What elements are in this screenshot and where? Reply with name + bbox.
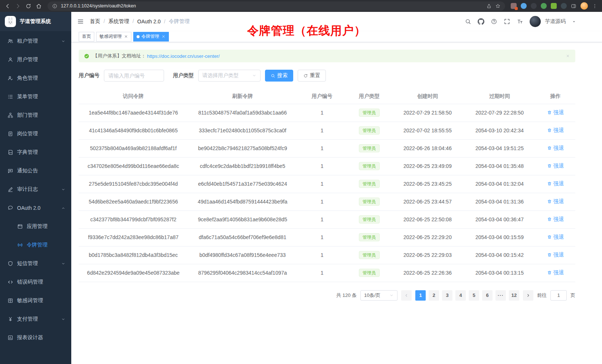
- force-logout-button[interactable]: 强退: [547, 145, 564, 152]
- font-size-icon[interactable]: [517, 18, 523, 25]
- forward-icon[interactable]: [15, 3, 21, 9]
- page-size-select[interactable]: 10条/页: [360, 290, 397, 301]
- sidebar-item-error-code[interactable]: 错误码管理: [0, 273, 71, 291]
- sidebar-item-oauth2-token[interactable]: 令牌管理: [0, 236, 71, 254]
- site-info-icon[interactable]: [52, 3, 58, 9]
- table-row: 1ea5e44f8bc1467aaede43144f31de76 811c530…: [79, 104, 575, 122]
- sidebar-item-label: 报表设计器: [17, 334, 65, 341]
- refresh-token-cell: e6cfd40eb1f54571a31e775e039c4624: [188, 175, 297, 193]
- user-type-select[interactable]: 请选择用户类型: [198, 70, 261, 82]
- delete-icon: [547, 252, 552, 257]
- extension-icon[interactable]: [531, 3, 537, 9]
- extension-icon[interactable]: [551, 3, 557, 9]
- browser-menu-icon[interactable]: [592, 3, 598, 9]
- page-button[interactable]: 3: [442, 290, 452, 301]
- prev-page-button[interactable]: [401, 290, 412, 301]
- page-button[interactable]: 5: [469, 290, 479, 301]
- sidebar-item-audit-log[interactable]: 审计日志: [0, 180, 71, 199]
- sidebar-item-oauth2[interactable]: OAuth 2.0: [0, 199, 71, 217]
- sidebar-item-role[interactable]: 角色管理: [0, 69, 71, 87]
- tab-sensitive-word[interactable]: 敏感词管理: [96, 32, 131, 42]
- user-id-input[interactable]: [104, 70, 164, 82]
- page-button[interactable]: 2: [429, 290, 439, 301]
- user-type-badge: 管理员: [359, 162, 380, 170]
- page-button[interactable]: 6: [482, 290, 493, 301]
- force-logout-button[interactable]: 强退: [547, 269, 564, 276]
- force-logout-button[interactable]: 强退: [547, 109, 564, 116]
- breadcrumb-item[interactable]: OAuth 2.0: [137, 19, 161, 24]
- extension-icon[interactable]: [561, 3, 567, 9]
- page-button[interactable]: 12: [509, 290, 519, 301]
- bookmark-star-icon[interactable]: [495, 3, 501, 9]
- sidebar-item-sensitive-word[interactable]: 敏感词管理: [0, 291, 71, 310]
- user-type-cell: 管理员: [347, 122, 392, 139]
- search-button[interactable]: 搜索: [265, 70, 293, 82]
- breadcrumb-item[interactable]: 首页: [90, 18, 100, 24]
- force-logout-label: 强退: [553, 127, 564, 134]
- user-type-cell: 管理员: [347, 175, 392, 193]
- reset-button[interactable]: 重置: [298, 70, 326, 82]
- sidebar-item-dept[interactable]: 部门管理: [0, 106, 71, 125]
- created-time-cell: 2022-06-25 23:49:09: [392, 157, 464, 175]
- side-panel-icon[interactable]: [571, 3, 576, 9]
- reload-icon[interactable]: [25, 3, 32, 9]
- force-logout-button[interactable]: 强退: [547, 163, 564, 169]
- sidebar-item-post[interactable]: 岗位管理: [0, 125, 71, 143]
- app-logo[interactable]: 芋道管理系统: [0, 12, 71, 31]
- sidebar-item-report-designer[interactable]: 报表设计器: [0, 328, 71, 347]
- goto-label: 前往: [537, 292, 547, 299]
- breadcrumb-item[interactable]: 系统管理: [108, 18, 129, 24]
- sidebar-item-dict[interactable]: 字典管理: [0, 143, 71, 162]
- close-alert-icon[interactable]: [566, 54, 570, 58]
- close-tab-icon[interactable]: [161, 34, 166, 39]
- force-logout-button[interactable]: 强退: [547, 252, 564, 258]
- force-logout-button[interactable]: 强退: [547, 216, 564, 223]
- share-icon[interactable]: [486, 3, 492, 9]
- sidebar-item-user[interactable]: 用户管理: [0, 50, 71, 69]
- fullscreen-icon[interactable]: [504, 18, 510, 25]
- force-logout-button[interactable]: 强退: [547, 234, 564, 241]
- back-icon[interactable]: [4, 3, 11, 9]
- breadcrumb-separator: /: [104, 18, 105, 24]
- sidebar-item-notice[interactable]: 通知公告: [0, 162, 71, 180]
- sidebar-item-sms[interactable]: 短信管理: [0, 254, 71, 273]
- page-button[interactable]: ···: [495, 290, 506, 301]
- alert-doc-link[interactable]: https://doc.iocoder.cn/user-center/: [147, 53, 220, 59]
- browser-profile-avatar[interactable]: [580, 2, 588, 10]
- page-button[interactable]: 1: [415, 290, 426, 301]
- search-icon[interactable]: [465, 18, 471, 25]
- address-bar[interactable]: 127.0.0.1:1024/system/oauth2/token: [48, 1, 505, 11]
- github-icon[interactable]: [478, 18, 484, 25]
- force-logout-button[interactable]: 强退: [547, 181, 564, 187]
- goto-page-input[interactable]: [550, 290, 567, 301]
- extension-icon[interactable]: [511, 3, 517, 9]
- created-time-cell: 2022-06-25 23:45:25: [392, 175, 464, 193]
- alert-text: 【用户体系】文档地址：: [93, 53, 146, 59]
- sidebar-item-oauth2-app[interactable]: 应用管理: [0, 217, 71, 236]
- sidebar-item-menu[interactable]: 菜单管理: [0, 87, 71, 106]
- access-token-cell: c347026e805e4d99b0d116eae66eda8c: [79, 157, 188, 175]
- tab-token[interactable]: 令牌管理: [133, 32, 169, 42]
- breadcrumb-item[interactable]: 令牌管理: [169, 18, 190, 24]
- user-name[interactable]: 芋道源码: [545, 18, 566, 25]
- close-tab-icon[interactable]: [124, 34, 128, 39]
- sidebar-item-tenant[interactable]: 租户管理: [0, 32, 71, 50]
- tab-home[interactable]: 首页: [79, 32, 94, 42]
- extension-icon[interactable]: [521, 3, 527, 9]
- help-icon[interactable]: [491, 18, 497, 25]
- next-page-button[interactable]: [523, 290, 533, 301]
- page-button[interactable]: 4: [455, 290, 466, 301]
- user-avatar[interactable]: [530, 16, 541, 27]
- hamburger-icon[interactable]: [77, 18, 84, 25]
- delete-icon: [547, 235, 552, 239]
- caret-down-icon[interactable]: [572, 20, 576, 24]
- sidebar-item-label: 字典管理: [17, 149, 65, 156]
- column-header: 访问令牌: [79, 89, 188, 104]
- force-logout-button[interactable]: 强退: [547, 198, 564, 205]
- user-id-label: 用户编号: [79, 72, 99, 79]
- refresh-token-cell: be90422b8c7946218275a508bf524fc9: [188, 139, 297, 157]
- extension-icon[interactable]: [541, 3, 547, 9]
- sidebar-item-pay[interactable]: 支付管理: [0, 310, 71, 328]
- home-icon[interactable]: [36, 3, 42, 9]
- force-logout-button[interactable]: 强退: [547, 127, 564, 134]
